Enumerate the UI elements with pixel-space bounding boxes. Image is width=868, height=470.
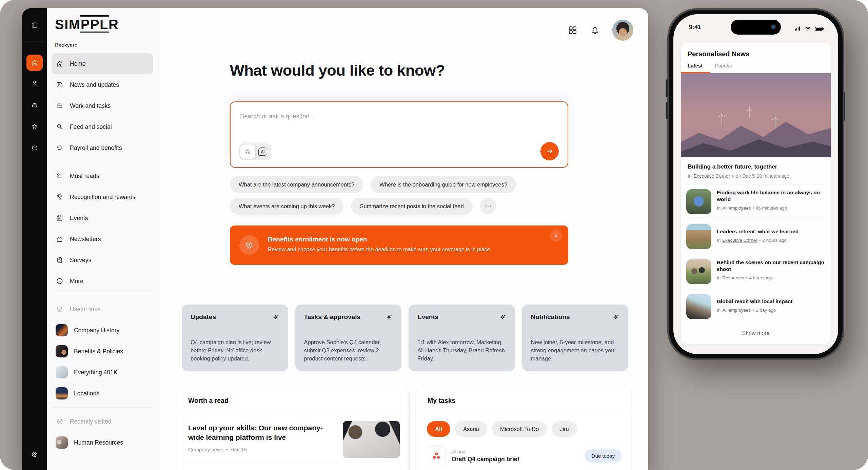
sidebar-section-recently-visited: Recently visited bbox=[52, 411, 153, 432]
search-mode-ai[interactable]: AI bbox=[255, 144, 270, 159]
app-rail bbox=[22, 8, 47, 470]
apps-grid-button[interactable] bbox=[568, 25, 578, 35]
sidebar-item-human-resources[interactable]: Human Resources bbox=[52, 432, 153, 453]
community-link[interactable]: All employees bbox=[722, 205, 751, 211]
gear-icon bbox=[31, 451, 38, 458]
clipboard-icon bbox=[56, 256, 64, 264]
news-row[interactable]: Finding work life balance in an always o… bbox=[681, 184, 831, 219]
community-link[interactable]: Resources bbox=[722, 275, 744, 280]
sidebar-item-company-history[interactable]: Company History bbox=[52, 320, 153, 341]
wind-turbine-icon bbox=[771, 114, 780, 128]
sidebar-section-label: Useful links bbox=[70, 306, 100, 313]
sidebar-item-must-reads[interactable]: Must reads bbox=[52, 165, 153, 187]
suggestion-chip[interactable]: Summarize recent posts in the social fee… bbox=[351, 198, 472, 215]
calendar-icon bbox=[56, 214, 64, 222]
article-row[interactable]: Level up your skills: Our new company-wi… bbox=[178, 412, 409, 452]
sidebar-item-locations[interactable]: Locations bbox=[52, 383, 153, 404]
banner-close-button[interactable] bbox=[550, 230, 562, 242]
card-updates[interactable]: Updates Q4 campaign plan is live; review… bbox=[182, 305, 288, 371]
filter-microsoft-todo[interactable]: Microsoft To Do bbox=[492, 421, 547, 437]
news-meta: In All employees • 46 minutes ago bbox=[717, 205, 825, 211]
meta-date: on Dec 5 bbox=[736, 173, 755, 179]
sidebar-item-more[interactable]: More bbox=[52, 271, 153, 292]
user-avatar[interactable] bbox=[612, 20, 633, 41]
rail-home-button[interactable] bbox=[26, 55, 43, 71]
chat-icon bbox=[31, 144, 38, 152]
tab-popular[interactable]: Popular bbox=[715, 63, 732, 72]
link-thumbnail bbox=[56, 436, 68, 449]
tab-latest[interactable]: Latest bbox=[688, 63, 703, 72]
community-link[interactable]: Executive Corner bbox=[722, 238, 757, 243]
signal-icon bbox=[794, 25, 802, 32]
sidebar-item-events[interactable]: Events bbox=[52, 208, 153, 229]
globe-icon bbox=[56, 306, 64, 313]
sidebar-item-payroll-and-benefits[interactable]: Payroll and benefits bbox=[52, 137, 153, 158]
search-icon bbox=[244, 148, 251, 155]
submit-search-button[interactable] bbox=[540, 142, 559, 160]
checklist-icon bbox=[56, 172, 64, 180]
benefits-banner[interactable]: Benefits enrollment is now open Review a… bbox=[230, 226, 568, 265]
payroll-icon bbox=[56, 144, 64, 152]
suggestion-chip[interactable]: What events are coming up this week? bbox=[230, 198, 343, 215]
main-content: What would you like to know? AI What are… bbox=[160, 8, 648, 470]
sidebar-item-work-and-tasks[interactable]: Work and tasks bbox=[52, 95, 153, 116]
wind-turbine-icon bbox=[717, 111, 727, 126]
community-link[interactable]: Executive Corner bbox=[694, 173, 730, 179]
sidebar-item-recognition-and-rewards[interactable]: Recognition and rewards bbox=[52, 187, 153, 208]
card-notifications[interactable]: Notifications New joiner, 5-year milesto… bbox=[522, 305, 629, 371]
panel-title: Worth a read bbox=[178, 388, 409, 412]
news-row[interactable]: Global reach with local impact In All em… bbox=[681, 289, 831, 324]
rail-people-button[interactable] bbox=[28, 76, 41, 90]
ai-icon: AI bbox=[258, 148, 267, 156]
suggestion-chip[interactable]: Where is the onboarding guide for new em… bbox=[371, 176, 516, 193]
card-events[interactable]: Events 1:1 with Alex tomorrow, Marketing… bbox=[409, 305, 515, 371]
meta-dot: • bbox=[746, 275, 748, 280]
rail-settings-button[interactable] bbox=[28, 448, 41, 461]
sidebar-item-surveys[interactable]: Surveys bbox=[52, 250, 153, 271]
sparkle-icon bbox=[385, 313, 393, 321]
ellipsis-circle-icon bbox=[56, 277, 64, 285]
phone-power-button bbox=[844, 92, 845, 121]
sidebar-item-news-and-updates[interactable]: News and updates bbox=[52, 74, 153, 95]
hero-article[interactable]: Building a better future, together In Ex… bbox=[681, 157, 831, 184]
sidebar-item-home[interactable]: Home bbox=[52, 53, 153, 74]
more-suggestions-chip[interactable]: ⋯ bbox=[480, 198, 496, 214]
sidebar-item-feed-and-social[interactable]: Feed and social bbox=[52, 116, 153, 137]
sidebar-divider bbox=[52, 407, 152, 408]
rail-chat-button[interactable] bbox=[28, 141, 41, 155]
news-title: Finding work life balance in an always o… bbox=[717, 189, 825, 203]
filter-asana[interactable]: Asana bbox=[455, 421, 487, 437]
rail-company-button[interactable] bbox=[28, 98, 41, 112]
search-input[interactable] bbox=[240, 110, 527, 122]
sidebar-item-label: Locations bbox=[74, 390, 99, 397]
brand-logo-mid: PPL bbox=[81, 17, 108, 32]
card-tasks-approvals[interactable]: Tasks & approvals Approve Sophie’s Q4 ca… bbox=[295, 305, 402, 371]
topbar bbox=[568, 20, 633, 41]
article-date: Dec 15 bbox=[231, 447, 247, 452]
ask-search-box: AI bbox=[230, 101, 568, 168]
sidebar-item-newsletters[interactable]: Newsletters bbox=[52, 229, 153, 250]
sidebar-item-everything-401k[interactable]: Everything 401K bbox=[52, 362, 153, 383]
article-source: Company news bbox=[188, 447, 223, 452]
link-thumbnail bbox=[56, 324, 68, 336]
sidebar-item-benefits-policies[interactable]: Benefits & Policies bbox=[52, 341, 153, 362]
task-row[interactable]: Asana Draft Q4 campaign brief Due today bbox=[417, 446, 631, 465]
suggestion-chip[interactable]: What are the latest company announcement… bbox=[230, 176, 363, 193]
hero-image[interactable] bbox=[681, 73, 831, 157]
sidebar-item-label: Everything 401K bbox=[74, 369, 117, 376]
sidebar-toggle-button[interactable] bbox=[28, 18, 41, 32]
news-row[interactable]: Behind the scenes on our recent campaign… bbox=[681, 254, 831, 289]
sparkle-icon bbox=[499, 313, 507, 321]
article-thumbnail bbox=[343, 421, 400, 458]
rail-divider bbox=[22, 42, 47, 42]
news-meta: In Resources • 4 hours ago bbox=[717, 275, 825, 280]
meta-time: 1 day ago bbox=[756, 308, 776, 313]
community-link[interactable]: All employees bbox=[722, 308, 751, 313]
filter-jira[interactable]: Jira bbox=[552, 421, 577, 437]
rail-favorites-button[interactable] bbox=[28, 120, 41, 133]
show-more-button[interactable]: Show more bbox=[681, 324, 831, 344]
filter-all[interactable]: All bbox=[427, 421, 450, 437]
search-mode-keyword[interactable] bbox=[240, 144, 255, 159]
news-row[interactable]: Leaders retreat: what we learned In Exec… bbox=[681, 219, 831, 254]
notifications-button[interactable] bbox=[590, 25, 600, 35]
